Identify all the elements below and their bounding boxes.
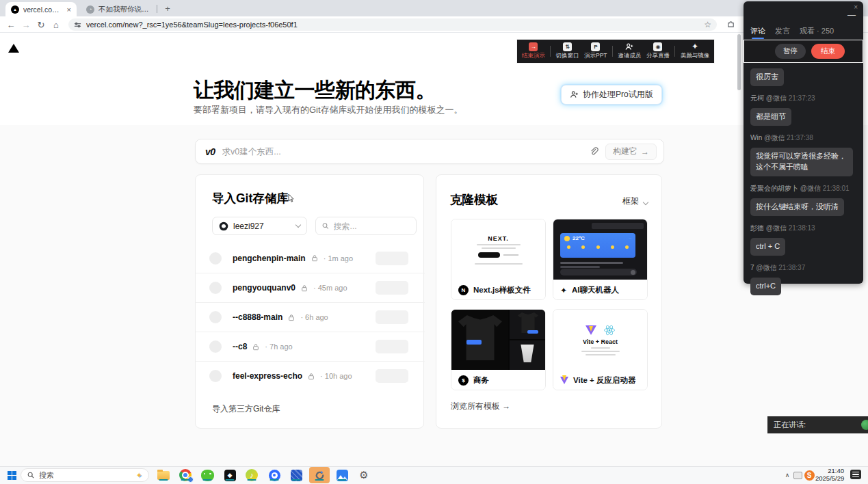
repo-name: pengchenpin-main [233, 254, 306, 263]
sparkle-ai-icon: ✦ [560, 286, 567, 295]
taskbar-clock[interactable]: 21:40 2025/5/29 [815, 468, 844, 483]
import-button-skeleton[interactable] [376, 369, 408, 383]
taskbar-black-app[interactable]: ◆ [222, 469, 237, 481]
build-it-button[interactable]: 构建它 → [605, 144, 657, 160]
taskbar-meeting-app-active[interactable] [312, 469, 327, 481]
react-logo-icon [603, 325, 616, 336]
cup-image [519, 345, 536, 362]
panel-minimize-icon[interactable]: — [847, 10, 856, 20]
skeleton-line [581, 351, 620, 352]
tab-comments[interactable]: 评论 [750, 26, 765, 39]
taskbar-blue-app[interactable] [289, 469, 304, 481]
switch-window-button[interactable]: ⇅ 切换窗口 [556, 42, 579, 60]
invite-members-button[interactable]: 邀请成员 [618, 42, 641, 60]
template-nextjs[interactable]: NEXT. N Next.js样板文件 [451, 219, 546, 300]
browser-scrollbar[interactable] [737, 34, 741, 90]
tab-ai-chat[interactable]: ◔ 不如我帮你说 - AI朋友 [81, 2, 156, 16]
ppt-icon: P [591, 42, 600, 51]
end-presentation-icon: → [529, 42, 538, 51]
repo-name: --c8 [233, 342, 247, 351]
url-bar[interactable]: vercel.com/new?_rsc=1ye56&teamSlug=lees-… [68, 18, 717, 31]
taskbar-blue-ring-app[interactable] [267, 469, 282, 481]
present-ppt-button[interactable]: P 演示PPT [584, 42, 607, 60]
windows-logo-icon [8, 471, 16, 480]
notification-center-icon[interactable] [850, 470, 861, 479]
template-vite-react[interactable]: Vite + React Vite + 反应启动器 [553, 309, 648, 390]
paperclip-icon[interactable] [589, 147, 599, 157]
browser-tabstrip: ▲ vercel.com/new? × ◔ 不如我帮你说 - AI朋友 + [0, 0, 868, 16]
end-presentation-button[interactable]: → 结束演示 [522, 42, 545, 60]
taskbar-wechat[interactable] [200, 469, 215, 481]
taskbar-music-app[interactable]: ♪ [244, 469, 259, 481]
tray-sogou[interactable]: S [802, 469, 817, 481]
import-button-skeleton[interactable] [376, 281, 408, 295]
taskbar-photos-app[interactable] [334, 469, 350, 481]
framework-filter-dropdown[interactable]: 框架 [622, 196, 648, 207]
reload-button[interactable]: ↻ [36, 20, 47, 31]
v0-logo-icon: v0 [205, 146, 215, 157]
repo-row: feel-express-echo · 10h ago [196, 361, 425, 390]
tab-watch-count[interactable]: 观看 · 250 [800, 26, 834, 39]
template-name: 商务 [473, 375, 489, 386]
skeleton-line [482, 247, 516, 249]
repo-avatar [209, 252, 222, 265]
forward-button[interactable]: → [21, 20, 31, 31]
extensions-icon[interactable] [726, 19, 735, 28]
pause-button[interactable]: 暂停 [775, 44, 806, 59]
toolbar-separator [612, 46, 613, 57]
repo-list: pengchenpin-main · 1m ago pengyouquanv0 … [196, 243, 425, 390]
taskbar-file-explorer[interactable] [156, 469, 171, 481]
tab-vercel[interactable]: ▲ vercel.com/new? × [5, 2, 77, 16]
share-live-button[interactable]: ◉ 分享直播 [646, 42, 670, 60]
tab-close-icon[interactable]: × [67, 5, 71, 14]
browse-all-templates-link[interactable]: 浏览所有模板 → [451, 401, 510, 412]
taskbar-chrome[interactable] [178, 469, 193, 481]
taskbar-search[interactable]: 搜索 ✦ [21, 468, 149, 482]
bookmark-star-icon[interactable]: ☆ [704, 20, 711, 29]
tshirt-image [458, 315, 502, 360]
tray-window-icon [793, 472, 802, 479]
back-button[interactable]: ← [5, 20, 16, 31]
screen-share-toolbar: → 结束演示 ⇅ 切换窗口 P 演示PPT 邀请成员 ◉ 分享直播 ✦ 美颜与镜… [516, 39, 715, 64]
repo-search-box[interactable] [315, 217, 417, 235]
repo-row: pengyouquanv0 · 45m ago [196, 273, 425, 302]
search-icon [27, 472, 34, 479]
beauty-mirror-button[interactable]: ✦ 美颜与镜像 [681, 42, 710, 60]
repo-name: --c8888-main [233, 312, 282, 322]
chat-tabs: 评论 发言 观看 · 250 [750, 26, 834, 39]
start-button[interactable] [4, 469, 19, 481]
import-button-skeleton[interactable] [376, 310, 408, 324]
weather-card: 22°C ··· [560, 233, 635, 258]
chat-bubble: 很厉害 [750, 68, 784, 86]
tab-speak[interactable]: 发言 [775, 26, 790, 39]
meeting-chat-panel: × — 评论 发言 观看 · 250 暂停 结束 很厉害 元柯 @微信 21:3… [744, 1, 863, 284]
import-button-skeleton[interactable] [376, 252, 408, 265]
screen: ▲ vercel.com/new? × ◔ 不如我帮你说 - AI朋友 + ← … [0, 0, 868, 484]
nextjs-thumbnail: NEXT. [451, 219, 545, 280]
home-button[interactable]: ⌂ [51, 20, 62, 31]
v0-prompt-input[interactable] [222, 147, 582, 157]
git-account-dropdown[interactable]: leezi927 [212, 217, 307, 235]
third-party-git-link[interactable]: 导入第三方Git仓库 [212, 403, 280, 415]
ai-tab-favicon-icon: ◔ [86, 5, 94, 14]
tab-divider [157, 5, 157, 13]
repo-search-input[interactable] [334, 221, 410, 231]
person-plus-icon [570, 90, 579, 99]
template-ai-chatbot[interactable]: 22°C ··· ✦ AI聊天机器人 [553, 219, 648, 300]
thumb-chat-input [560, 269, 637, 275]
copilot-sparkle-icon: ✦ [136, 471, 142, 480]
page-title: 让我们建立一些新的东西。 [194, 77, 436, 105]
collaborate-pro-button[interactable]: 协作处理Pro试用版 [561, 85, 662, 105]
import-button-skeleton[interactable] [376, 340, 408, 353]
clone-section-title: 克隆模板 [450, 191, 498, 208]
end-button[interactable]: 结束 [811, 44, 845, 59]
taskbar-settings[interactable]: ⚙ [356, 469, 371, 481]
new-tab-button[interactable]: + [161, 3, 174, 15]
repo-row: pengchenpin-main · 1m ago [196, 243, 425, 273]
chat-message-header: 爱聚会的胡萝卜 @微信 21:38:01 [750, 184, 858, 193]
template-commerce[interactable]: $ 商务 [451, 309, 546, 390]
toolbar-separator [674, 46, 675, 57]
chat-bubble: 都是细节 [750, 108, 791, 126]
speaker-avatar [861, 420, 868, 430]
temperature-label: 22°C [573, 235, 585, 241]
